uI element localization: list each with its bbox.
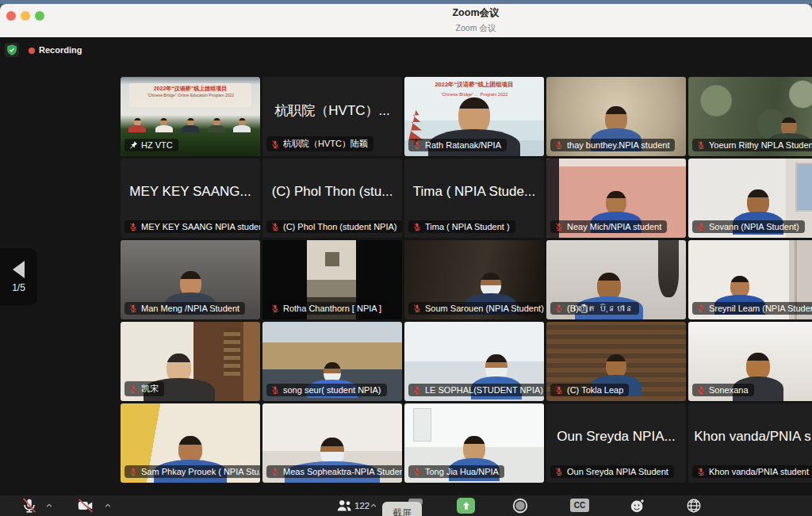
- video-tile-kai-song[interactable]: 凯宋: [121, 322, 260, 401]
- muted-mic-icon: [128, 304, 138, 313]
- video-tile-tima[interactable]: Tima ( NPIA Stude... Tima ( NPIA Student…: [404, 159, 544, 238]
- video-tile-sonexana[interactable]: Sonexana: [688, 322, 812, 401]
- participants-button[interactable]: [335, 497, 353, 514]
- participant-name: Oun Sreyda NPIA Student: [567, 467, 668, 476]
- chevron-up-icon: [45, 502, 53, 510]
- participant-name-label: Sreynil Leam (NPIA Student): [692, 302, 812, 315]
- globe-icon: [685, 497, 703, 514]
- participant-name: Sovann (NPIA Student): [709, 222, 799, 231]
- muted-mic-icon: [554, 140, 564, 150]
- smiley-plus-icon: [629, 497, 646, 514]
- reactions-button[interactable]: [629, 497, 646, 514]
- unmute-audio-button[interactable]: [21, 497, 38, 514]
- video-tile-rotha-chanthorn[interactable]: Rotha Chanthorn [ NPIA ]: [262, 240, 402, 319]
- video-tile-hz-vtc[interactable]: 2022年“汉语桥”线上团组项目 “Chinese Bridge” Online…: [121, 77, 260, 156]
- participant-name: song seur( student NPIA): [283, 385, 381, 395]
- video-tile-sam-phkay-prouek[interactable]: Sam Phkay Prouek ( NPIA Stu...: [121, 403, 260, 483]
- encryption-badge[interactable]: [5, 43, 19, 57]
- previous-page-arrow-icon: [13, 261, 25, 278]
- close-window-button[interactable]: [6, 11, 16, 21]
- video-tile-heut-bunhan[interactable]: (B)ហឿត ប៊ុនហាន: [546, 240, 686, 319]
- muted-mic-toolbar-icon: [21, 497, 38, 514]
- participant-name-label: Neay Mich/NPIA student: [550, 220, 667, 233]
- participant-name-label: Rotha Chanthorn [ NPIA ]: [266, 302, 387, 315]
- participant-name: (C) Tokla Leap: [567, 385, 623, 395]
- video-tile-yoeurn-rithy[interactable]: Yoeurn Rithy NPLA Student: [688, 77, 812, 156]
- video-tile-tokla-leap[interactable]: (C) Tokla Leap: [546, 322, 686, 401]
- video-tile-le-sophal[interactable]: LE SOPHAL(STUDENT NPIA): [404, 322, 544, 401]
- screenshot-button[interactable]: 截屏: [382, 502, 422, 516]
- participant-name-label: Rath Ratanak/NPIA: [408, 139, 507, 151]
- participant-name-label: Soum Sarouen (NPIA Student): [408, 302, 544, 315]
- chevron-up-icon: [104, 502, 112, 510]
- audio-options-chevron[interactable]: [45, 502, 53, 510]
- window-decor: [795, 162, 812, 212]
- muted-mic-icon: [554, 304, 564, 313]
- muted-mic-icon: [270, 467, 280, 476]
- muted-mic-icon: [554, 222, 564, 231]
- video-tile-rath-ratanak[interactable]: 2022年“汉语桥”线上团组项目 “Chinese Bridge” … Prog…: [404, 77, 544, 156]
- participant-name-label: Oun Sreyda NPIA Student: [550, 465, 674, 478]
- record-button[interactable]: [511, 497, 529, 514]
- video-tile-song-seur[interactable]: song seur( student NPIA): [262, 322, 402, 401]
- video-options-chevron[interactable]: [104, 502, 112, 510]
- share-screen-button[interactable]: [457, 498, 475, 514]
- conference-banner: 2022年“汉语桥”线上团组项目 “Chinese Bridge” Online…: [129, 83, 252, 107]
- participant-name: thay bunthey.NPIA student: [567, 140, 669, 150]
- muted-mic-icon: [412, 385, 422, 395]
- muted-mic-icon: [696, 304, 706, 313]
- shield-check-icon: [6, 44, 17, 55]
- previous-page-button[interactable]: 1/5: [0, 248, 37, 305]
- video-tile-meas-sopheaktra[interactable]: Meas Sopheaktra-NPIA Student: [262, 403, 402, 483]
- participant-name: HZ VTC: [141, 140, 173, 150]
- video-tile-oun-sreyda[interactable]: Oun Sreyda NPIA... Oun Sreyda NPIA Stude…: [546, 403, 686, 483]
- participant-name: (B)ហឿត ប៊ុនហាន: [567, 304, 634, 313]
- pin-icon: [128, 140, 138, 150]
- interpretation-button[interactable]: [685, 497, 703, 514]
- window-decor: [413, 408, 431, 441]
- video-tile-tong-jia-hua[interactable]: Tong Jia Hua/NPIA: [404, 403, 544, 483]
- minimize-window-button[interactable]: [21, 11, 30, 21]
- participant-name: Neay Mich/NPIA student: [567, 222, 661, 231]
- banner-title: 2022年“汉语桥”线上团组项目: [129, 86, 252, 93]
- muted-mic-icon: [128, 467, 138, 476]
- video-tile-thay-bunthey[interactable]: thay bunthey.NPIA student: [546, 77, 686, 156]
- video-tile-sovann[interactable]: Sovann (NPIA Student): [688, 159, 812, 238]
- muted-mic-icon: [554, 385, 564, 395]
- participants-options-chevron[interactable]: [370, 502, 377, 510]
- participant-silhouette: [155, 118, 173, 132]
- participant-display-name: Oun Sreyda NPIA...: [553, 403, 680, 470]
- participant-name-label: LE SOPHAL(STUDENT NPIA): [408, 384, 544, 396]
- video-tile-soum-sarouen[interactable]: Soum Sarouen (NPIA Student): [404, 240, 544, 319]
- participants-icon: [335, 497, 353, 514]
- recording-status-label: Recording: [39, 45, 82, 55]
- closed-captions-button[interactable]: CC: [570, 499, 589, 512]
- participant-name: Rath Ratanak/NPIA: [425, 140, 501, 150]
- video-tile-sreynil-leam[interactable]: Sreynil Leam (NPIA Student): [688, 240, 812, 319]
- participant-name: Meas Sopheaktra-NPIA Student: [283, 467, 402, 476]
- video-tile-hvtc[interactable]: 杭职院（HVTC）... 杭职院（HVTC）陆颖: [262, 77, 402, 156]
- video-tile-neay-mich[interactable]: Neay Mich/NPIA student: [546, 159, 686, 238]
- participant-display-name: 杭职院（HVTC）...: [269, 77, 396, 143]
- video-tile-man-meng[interactable]: Man Meng /NPIA Student: [121, 240, 260, 319]
- muted-mic-icon: [412, 140, 422, 150]
- participant-name: Khon vanda/PNIA student: [709, 467, 809, 476]
- zoom-meeting-window: Zoom会议 Zoom 会议 Recording 2022年“汉语桥”线上团组项…: [0, 0, 812, 516]
- participant-name: Sonexana: [709, 385, 749, 395]
- video-tile-mey-key-saang[interactable]: MEY KEY SAANG... MEY KEY SAANG NPIA stud…: [121, 159, 260, 238]
- video-tile-phol-thon[interactable]: (C) Phol Thon (stu... (C) Phol Thon (stu…: [262, 159, 402, 238]
- participant-display-name: MEY KEY SAANG...: [127, 159, 254, 225]
- participant-silhouette: [182, 118, 199, 132]
- participant-name: MEY KEY SAANG NPIA student: [141, 222, 260, 231]
- muted-mic-icon: [696, 385, 706, 395]
- window-subtitle: Zoom 会议: [151, 23, 801, 34]
- start-video-button[interactable]: [77, 497, 94, 514]
- video-tile-khon-vanda[interactable]: Khon vanda/PNIA s... Khon vanda/PNIA stu…: [688, 403, 812, 483]
- participant-name-label: Tima ( NPIA Student ): [408, 220, 515, 233]
- fullscreen-window-button[interactable]: [35, 11, 44, 21]
- muted-mic-icon: [412, 467, 422, 476]
- participant-name: 杭职院（HVTC）陆颖: [283, 138, 368, 150]
- participant-name: Sreynil Leam (NPIA Student): [709, 304, 812, 313]
- muted-mic-icon: [270, 140, 280, 149]
- participant-name: Yoeurn Rithy NPLA Student: [709, 140, 812, 150]
